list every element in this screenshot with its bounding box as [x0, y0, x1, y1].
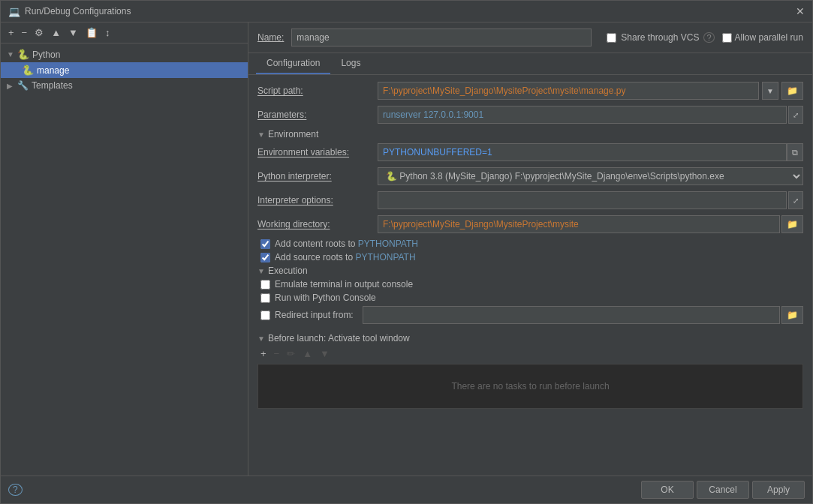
before-launch-add-button[interactable]: + [257, 346, 269, 361]
redirect-input-field[interactable] [363, 306, 780, 324]
remove-config-button[interactable]: − [19, 26, 31, 40]
emulate-terminal-checkbox[interactable] [260, 280, 270, 290]
before-launch-remove-button[interactable]: − [271, 346, 283, 361]
working-dir-folder-button[interactable]: 📁 [781, 215, 803, 233]
script-path-controls: ▼ 📁 [378, 82, 803, 100]
add-content-roots-row: Add content roots to PYTHONPATH [257, 238, 803, 249]
working-dir-input[interactable] [378, 215, 780, 233]
settings-button[interactable]: ⚙ [32, 26, 47, 40]
python-interpreter-label: Python interpreter: [257, 171, 378, 182]
run-with-console-label: Run with Python Console [275, 292, 376, 303]
add-source-roots-checkbox[interactable] [260, 253, 270, 262]
main-content: + − ⚙ ▲ ▼ 📋 ↕ ▼ 🐍 Python 🐍 manage [1, 22, 812, 476]
name-input[interactable] [291, 28, 592, 46]
move-down-button[interactable]: ▼ [65, 26, 81, 40]
execution-section-header[interactable]: ▼ Execution [257, 266, 803, 276]
config-area: Script path: ▼ 📁 Parameters: ⤢ ▼ [248, 75, 812, 476]
env-vars-row: Environment variables: ⧉ [257, 142, 803, 162]
vcs-checkbox[interactable] [607, 33, 616, 43]
add-source-roots-row: Add source roots to PYTHONPATH [257, 252, 803, 262]
name-bar: Name: Share through VCS ? Allow parallel… [248, 22, 812, 53]
vcs-label: Share through VCS [621, 32, 699, 43]
add-content-roots-label: Add content roots to PYTHONPATH [275, 238, 418, 249]
sort-button[interactable]: ↕ [102, 26, 113, 40]
run-with-console-checkbox[interactable] [260, 293, 270, 303]
title-bar: 💻 Run/Debug Configurations ✕ [1, 1, 812, 22]
redirect-input-label: Redirect input from: [275, 310, 354, 320]
redirect-input-checkbox[interactable] [260, 310, 270, 320]
parameters-row: Parameters: ⤢ [257, 105, 803, 124]
ok-button[interactable]: OK [641, 481, 694, 499]
add-config-button[interactable]: + [5, 26, 17, 40]
tab-configuration[interactable]: Configuration [256, 53, 330, 74]
bottom-bar: ? OK Cancel Apply [1, 476, 812, 503]
script-path-folder-button[interactable]: 📁 [781, 82, 803, 100]
before-launch-arrow-icon: ▼ [257, 334, 265, 343]
vcs-area: Share through VCS ? [607, 32, 714, 43]
env-arrow-icon: ▼ [257, 130, 265, 139]
name-label: Name: [257, 32, 284, 43]
title-bar-left: 💻 Run/Debug Configurations [8, 6, 131, 17]
before-launch-down-button[interactable]: ▼ [317, 346, 333, 361]
allow-parallel-checkbox[interactable] [722, 33, 732, 43]
tree-item-python[interactable]: ▼ 🐍 Python [1, 46, 248, 62]
templates-icon: 🔧 [17, 80, 29, 91]
parameters-label: Parameters: [257, 110, 378, 120]
env-vars-input[interactable] [378, 143, 787, 161]
run-with-console-row: Run with Python Console [257, 292, 803, 303]
python-icon: 🐍 [17, 49, 29, 60]
templates-expand-arrow: ▶ [7, 82, 17, 90]
no-tasks-message: There are no tasks to run before launch [451, 381, 609, 392]
env-copy-button[interactable]: ⧉ [787, 143, 803, 161]
add-content-roots-checkbox[interactable] [260, 239, 270, 249]
redirect-input-row: Redirect input from: 📁 [257, 306, 803, 324]
tab-logs[interactable]: Logs [330, 53, 371, 74]
interpreter-options-input[interactable] [378, 191, 787, 209]
tree-item-templates[interactable]: ▶ 🔧 Templates [1, 78, 248, 93]
environment-section-header[interactable]: ▼ Environment [257, 129, 803, 140]
env-vars-label: Environment variables: [257, 147, 378, 158]
env-vars-controls: ⧉ [378, 143, 803, 161]
environment-section-label: Environment [268, 129, 318, 140]
interpreter-options-expand[interactable]: ⤢ [788, 191, 803, 209]
allow-parallel-label: Allow parallel run [735, 32, 803, 43]
templates-label: Templates [32, 80, 73, 91]
no-tasks-area: There are no tasks to run before launch [257, 364, 803, 409]
before-launch-up-button[interactable]: ▲ [300, 346, 315, 361]
working-dir-controls: 📁 [378, 215, 803, 233]
parameters-input[interactable] [378, 106, 787, 124]
run-debug-dialog: 💻 Run/Debug Configurations ✕ + − ⚙ ▲ ▼ 📋… [0, 0, 813, 504]
before-launch-edit-button[interactable]: ✏ [284, 346, 298, 361]
python-label: Python [32, 50, 60, 60]
script-path-dropdown-button[interactable]: ▼ [762, 82, 778, 100]
interpreter-select[interactable]: 🐍 Python 3.8 (MySite_Django) F:\pyprojec… [378, 167, 803, 185]
cancel-button[interactable]: Cancel [697, 481, 749, 499]
python-interpreter-row: Python interpreter: 🐍 Python 3.8 (MySite… [257, 166, 803, 186]
parameters-expand-button[interactable]: ⤢ [788, 106, 803, 124]
help-button[interactable]: ? [8, 484, 23, 496]
redirect-controls: 📁 [363, 306, 803, 324]
app-icon: 💻 [8, 6, 20, 17]
close-button[interactable]: ✕ [796, 5, 805, 17]
execution-section-label: Execution [268, 266, 308, 276]
manage-label: manage [37, 65, 69, 76]
execution-arrow-icon: ▼ [257, 267, 265, 275]
add-source-roots-label: Add source roots to PYTHONPATH [275, 252, 416, 262]
interpreter-options-label: Interpreter options: [257, 195, 378, 206]
tree-item-manage[interactable]: 🐍 manage [1, 62, 248, 78]
left-panel: + − ⚙ ▲ ▼ 📋 ↕ ▼ 🐍 Python 🐍 manage [1, 22, 248, 476]
copy-config-button[interactable]: 📋 [83, 26, 101, 40]
before-launch-toolbar: + − ✏ ▲ ▼ [257, 346, 803, 361]
redirect-folder-button[interactable]: 📁 [781, 306, 803, 324]
working-directory-row: Working directory: 📁 [257, 214, 803, 234]
manage-icon: 🐍 [22, 64, 34, 76]
right-panel: Name: Share through VCS ? Allow parallel… [248, 22, 812, 476]
script-path-input[interactable] [378, 82, 759, 100]
move-up-button[interactable]: ▲ [48, 26, 64, 40]
interpreter-options-row: Interpreter options: ⤢ [257, 190, 803, 210]
allow-parallel-area: Allow parallel run [722, 32, 803, 43]
left-toolbar: + − ⚙ ▲ ▼ 📋 ↕ [1, 22, 248, 44]
apply-button[interactable]: Apply [752, 481, 805, 499]
emulate-terminal-label: Emulate terminal in output console [275, 279, 413, 290]
working-directory-label: Working directory: [257, 219, 378, 230]
